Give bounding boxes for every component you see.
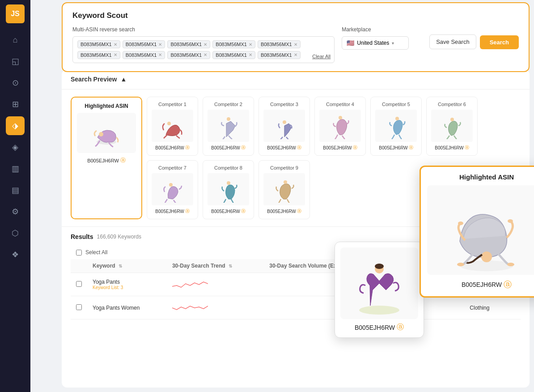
- svg-point-19: [507, 263, 514, 266]
- remove-tag-icon[interactable]: ✕: [294, 42, 297, 47]
- svg-point-5: [339, 116, 342, 119]
- svg-point-16: [458, 222, 463, 225]
- asin-tag[interactable]: B083M56MX1✕: [123, 51, 165, 59]
- competitor-label-2: Competitor 2: [208, 102, 249, 107]
- clear-all-button[interactable]: Clear All: [312, 54, 331, 59]
- competitor-label-6: Competitor 6: [431, 102, 473, 107]
- multi-asin-label: Multi-ASIN reverse search: [72, 26, 335, 33]
- competitor-card-6: Competitor 6 B005EJH6RWⓐ: [426, 97, 478, 156]
- save-search-button[interactable]: Save Search: [429, 34, 476, 49]
- asin-tag[interactable]: B083M56MX1✕: [212, 40, 255, 48]
- competitor-image-1: [152, 110, 193, 142]
- col-header-trend[interactable]: 30-Day Search Trend ⇅: [167, 259, 264, 273]
- asin-tags-box[interactable]: B083M56MX1✕ B083M56MX1✕ B083M56MX1✕ B083…: [72, 36, 335, 63]
- row-checkbox-cell[interactable]: [71, 296, 87, 320]
- svg-point-11: [359, 306, 399, 315]
- highlighted-asin-image: [77, 113, 136, 153]
- highlighted-asin-title: Highlighted ASIN: [77, 103, 136, 109]
- asin-tag[interactable]: B083M56MX1✕: [123, 40, 165, 48]
- keyword-list-label: Keyword List: 3: [93, 285, 161, 290]
- actions-section: Save Search Search: [429, 26, 519, 49]
- amazon-icon: ⓐ: [120, 157, 126, 164]
- sidebar-item-chart[interactable]: ▥: [6, 159, 25, 178]
- sidebar-item-grid[interactable]: ⊞: [6, 95, 25, 114]
- svg-point-7: [450, 118, 454, 121]
- marketplace-label: Marketplace: [342, 26, 422, 33]
- remove-tag-icon[interactable]: ✕: [114, 52, 117, 57]
- competitor-card-5: Competitor 5 B005EJH6RWⓐ: [370, 97, 422, 156]
- table-row: Yoga Pants Women 267,681 ↑ 14% Clothing: [71, 296, 521, 320]
- svg-point-10: [284, 180, 287, 184]
- asin-tag[interactable]: B083M56MX1✕: [258, 40, 301, 48]
- highlighted-asin-card: Highlighted ASIN B005EJH6RW: [71, 97, 142, 219]
- competitor-asin-2: B005EJH6RWⓐ: [208, 145, 249, 151]
- sidebar-item-bookmark[interactable]: ◱: [6, 52, 25, 71]
- remove-tag-icon[interactable]: ✕: [249, 52, 252, 57]
- col-header-keyword[interactable]: Keyword ⇅: [87, 259, 167, 273]
- remove-tag-icon[interactable]: ✕: [203, 42, 207, 47]
- competitor-image-5: [375, 110, 417, 142]
- row-checkbox-cell[interactable]: [71, 273, 87, 296]
- asin-tag[interactable]: B083M56MX1✕: [77, 51, 120, 59]
- sidebar-item-search[interactable]: ⊙: [6, 73, 25, 92]
- row-checkbox[interactable]: [76, 281, 82, 287]
- panel-title: Keyword Scout: [72, 11, 519, 20]
- svg-point-9: [227, 181, 230, 185]
- keyword-cell: Yoga Pants Keyword List: 3: [87, 273, 167, 296]
- competitor-image-3: [263, 110, 305, 142]
- sidebar: JS ⌂ ◱ ⊙ ⊞ ⬗ ◈ ▥ ▤ ⚙ ⬡ ❖: [0, 0, 30, 392]
- sidebar-item-table[interactable]: ▤: [6, 181, 25, 200]
- remove-tag-icon[interactable]: ✕: [249, 42, 252, 47]
- sidebar-item-megaphone[interactable]: ◈: [6, 138, 25, 157]
- competitor-label-5: Competitor 5: [375, 102, 417, 107]
- popup-competitor-image: [340, 247, 418, 319]
- sidebar-item-tag[interactable]: ⬗: [6, 116, 25, 135]
- remove-tag-icon[interactable]: ✕: [114, 42, 117, 47]
- asin-tag[interactable]: B083M56MX1✕: [167, 40, 210, 48]
- sidebar-item-graduation[interactable]: ⬡: [6, 224, 25, 243]
- competitors-row-1: Competitor 1 B005EJH6RWⓐ: [147, 97, 521, 156]
- competitor-image-2: [208, 110, 249, 142]
- competitor-label-4: Competitor 4: [319, 102, 361, 107]
- search-button[interactable]: Search: [480, 35, 519, 49]
- popup-competitor-card: B005EJH6RW ⓐ: [335, 242, 424, 338]
- sidebar-item-puzzle[interactable]: ❖: [6, 245, 25, 264]
- svg-point-13: [375, 264, 384, 269]
- marketplace-section: Marketplace 🇺🇸 United States ▾: [342, 26, 422, 50]
- remove-tag-icon[interactable]: ✕: [294, 52, 297, 57]
- asin-tag[interactable]: B083M56MX1✕: [167, 51, 210, 59]
- trend-sparkline-cell: [167, 296, 264, 320]
- competitor-asin-1: B005EJH6RWⓐ: [152, 145, 193, 151]
- remove-tag-icon[interactable]: ✕: [158, 52, 162, 57]
- competitor-card-9: Competitor 9 B005EJH6RWⓐ: [259, 160, 310, 219]
- select-all-checkbox[interactable]: [76, 250, 82, 256]
- svg-point-3: [227, 117, 230, 121]
- sidebar-item-gear[interactable]: ⚙: [6, 202, 25, 221]
- chevron-up-icon: ▲: [121, 76, 127, 83]
- marketplace-value: United States: [357, 40, 389, 46]
- competitor-label-9: Competitor 9: [263, 165, 305, 170]
- svg-point-1: [99, 132, 103, 136]
- category-cell: Clothing: [464, 296, 521, 320]
- us-flag-icon: 🇺🇸: [347, 39, 354, 47]
- competitor-label-3: Competitor 3: [263, 102, 305, 107]
- remove-tag-icon[interactable]: ✕: [158, 42, 162, 47]
- main-area: Keyword Scout Multi-ASIN reverse search …: [30, 0, 534, 392]
- sidebar-logo: JS: [6, 4, 25, 23]
- asin-tag[interactable]: B083M56MX1✕: [258, 51, 301, 59]
- chevron-down-icon: ▾: [392, 41, 394, 46]
- competitor-asin-8: B005EJH6RWⓐ: [208, 208, 249, 214]
- asin-tag[interactable]: B083M56MX1✕: [77, 40, 120, 48]
- marketplace-select[interactable]: 🇺🇸 United States ▾: [342, 36, 409, 50]
- competitor-asin-9: B005EJH6RWⓐ: [263, 208, 305, 214]
- competitor-label-7: Competitor 7: [152, 165, 193, 170]
- search-preview-header[interactable]: Search Preview ▲: [62, 69, 530, 89]
- remove-tag-icon[interactable]: ✕: [203, 52, 207, 57]
- sidebar-item-home[interactable]: ⌂: [6, 30, 25, 49]
- competitor-label-8: Competitor 8: [208, 165, 249, 170]
- asin-tag[interactable]: B083M56MX1✕: [212, 51, 255, 59]
- trend-sparkline-cell: [167, 273, 264, 296]
- row-checkbox[interactable]: [76, 304, 82, 310]
- highlighted-asin-code: B005EJH6RW ⓐ: [77, 157, 136, 164]
- competitor-image-9: [263, 173, 305, 205]
